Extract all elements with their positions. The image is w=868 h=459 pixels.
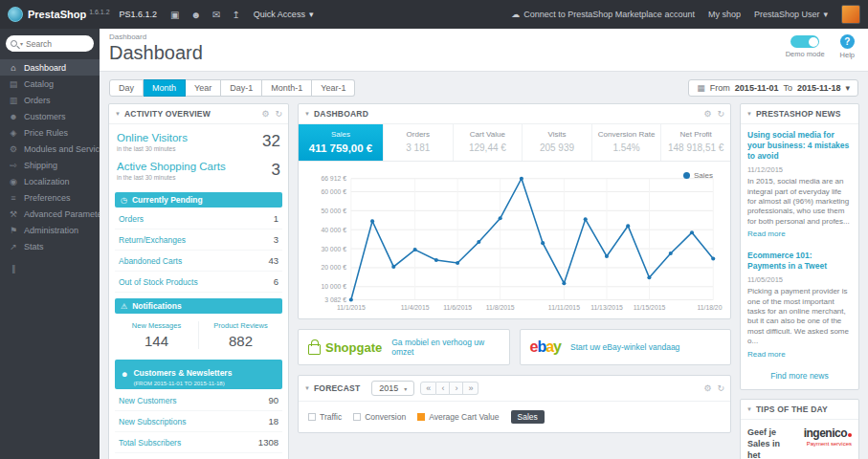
sidebar-item-catalog[interactable]: ▤ Catalog — [0, 76, 100, 92]
active-carts-label[interactable]: Active Shopping Carts — [117, 161, 226, 172]
sidebar-collapse-icon[interactable]: ∥ — [0, 254, 100, 273]
sidebar-item-price-rules[interactable]: ◈ Price Rules — [0, 124, 100, 141]
chart-legend[interactable]: Sales — [683, 171, 713, 180]
prestashop-logo-icon — [8, 7, 23, 22]
shipping-icon: ⇨ — [9, 161, 18, 170]
quick-access-dropdown[interactable]: Quick Access ▾ — [254, 10, 314, 19]
sidebar-item-stats[interactable]: ↗ Stats — [0, 238, 100, 254]
sidebar-item-shipping[interactable]: ⇨ Shipping — [0, 157, 100, 173]
pending-returns-row: Return/Exchanges 3 — [115, 230, 282, 251]
shopgate-logo: Shopgate — [308, 340, 382, 355]
filter-day-1-button[interactable]: Day-1 — [221, 79, 262, 97]
forecast-legend-avg-cart-value[interactable]: Average Cart Value — [417, 412, 499, 422]
legend-dot-icon — [683, 172, 690, 179]
refresh-icon[interactable]: ↻ — [275, 109, 282, 119]
sidebar-search[interactable]: ▾ — [6, 35, 94, 52]
read-more-link[interactable]: Read more — [747, 350, 852, 359]
filter-year-1-button[interactable]: Year-1 — [312, 79, 355, 97]
date-range-picker[interactable]: ▦ From2015-11-01 To2015-11-18 ▾ — [688, 79, 858, 97]
administration-icon: ⚑ — [9, 226, 18, 235]
gear-icon[interactable]: ⚙ — [703, 109, 711, 119]
sidebar-item-orders[interactable]: ▥ Orders — [0, 92, 100, 108]
sidebar-item-administration[interactable]: ⚑ Administration — [0, 222, 100, 238]
launch-icon[interactable]: ↥ — [232, 10, 239, 20]
kpi-conversion-rate[interactable]: Conversion Rate 1.54% — [592, 124, 662, 161]
svg-text:11/4/2015: 11/4/2015 — [401, 304, 430, 311]
refresh-icon[interactable]: ↻ — [717, 383, 724, 393]
sidebar-item-preferences[interactable]: ≡ Preferences — [0, 189, 100, 206]
ebay-promo: ebay Start uw eBay-winkel vandaag — [520, 329, 732, 365]
gear-icon[interactable]: ⚙ — [261, 109, 269, 119]
article-title-link[interactable]: Ecommerce 101: Payments in a Tweet — [747, 251, 852, 272]
forecast-legend-sales[interactable]: Sales — [511, 410, 545, 424]
forecast-legend: Traffic Conversion Average Cart Value Sa… — [299, 402, 730, 432]
prev-page-icon[interactable]: ‹ — [436, 382, 450, 395]
svg-text:50 000 €: 50 000 € — [321, 208, 346, 214]
sidebar-item-modules[interactable]: ⚙ Modules and Services — [0, 141, 100, 157]
search-scope-caret-icon[interactable]: ▾ — [20, 40, 23, 47]
currently-pending-header[interactable]: ◷ Currently Pending — [115, 192, 282, 208]
prestashop-logo[interactable]: PrestaShop 1.6.1.2 — [8, 7, 110, 22]
kpi-net-profit[interactable]: Net Profit 148 918,51 € — [661, 124, 730, 161]
marketplace-connect-link[interactable]: ☁ Connect to PrestaShop Marketplace acco… — [511, 10, 695, 19]
sidebar-item-advanced-parameters[interactable]: ⚒ Advanced Parameters — [0, 206, 100, 222]
refresh-icon[interactable]: ↻ — [717, 109, 724, 119]
chevron-down-icon[interactable]: ▼ — [746, 111, 752, 117]
chevron-down-icon[interactable]: ▼ — [746, 406, 752, 412]
help-icon[interactable]: ? — [840, 34, 855, 49]
notifications-header[interactable]: ⚠ Notifications — [115, 298, 282, 314]
new-subscriptions-row: New Subscriptions 18 — [115, 411, 282, 432]
sidebar-item-dashboard[interactable]: ⌂ Dashboard — [0, 59, 100, 76]
find-more-news-link[interactable]: Find more news — [741, 365, 858, 389]
pending-orders-row: Orders 1 — [115, 208, 282, 230]
shopgate-promo-link[interactable]: Ga mobiel en verhoog uw omzet — [391, 338, 499, 357]
gear-icon[interactable]: ⚙ — [703, 383, 711, 393]
customers-icon: ☻ — [9, 112, 18, 121]
read-more-link[interactable]: Read more — [747, 230, 852, 238]
kpi-orders[interactable]: Orders 3 181 — [384, 124, 454, 161]
user-menu[interactable]: PrestaShop User ▾ — [754, 10, 828, 19]
filter-month-button[interactable]: Month — [144, 79, 186, 97]
avg-cart-value-swatch-icon — [417, 413, 425, 421]
search-input[interactable] — [26, 39, 81, 49]
next-page-icon[interactable]: › — [450, 382, 463, 395]
chevron-down-icon[interactable]: ▼ — [304, 385, 310, 391]
chevron-down-icon[interactable]: ▼ — [115, 111, 121, 117]
shop-icon[interactable]: ▣ — [170, 10, 179, 20]
online-visitors-label[interactable]: Online Visitors — [117, 132, 188, 143]
alert-icon: ⚠ — [121, 302, 127, 311]
caret-down-icon: ▾ — [404, 385, 407, 392]
online-visitors-value: 32 — [262, 132, 280, 152]
user-avatar[interactable] — [841, 5, 860, 24]
kpi-visits[interactable]: Visits 205 939 — [523, 124, 592, 161]
product-reviews-cell[interactable]: Product Reviews 882 — [198, 321, 282, 349]
kpi-cart-value[interactable]: Cart Value 129,44 € — [454, 124, 523, 161]
filter-month-1-button[interactable]: Month-1 — [262, 79, 312, 97]
forecast-year-select[interactable]: 2015 ▾ — [371, 381, 414, 396]
kpi-sales[interactable]: Sales 411 759,00 € — [299, 124, 384, 161]
forecast-legend-conversion[interactable]: Conversion — [353, 412, 406, 422]
breadcrumb[interactable]: Dashboard — [109, 33, 858, 41]
last-page-icon[interactable]: » — [463, 382, 479, 395]
article-title-link[interactable]: Using social media for your business: 4 … — [747, 130, 852, 162]
ebay-promo-link[interactable]: Start uw eBay-winkel vandaag — [570, 342, 679, 352]
notifications-icon[interactable]: ✉ — [212, 10, 220, 20]
svg-text:10 000 €: 10 000 € — [321, 283, 346, 290]
sidebar-item-localization[interactable]: ◉ Localization — [0, 173, 100, 189]
svg-text:20 000 €: 20 000 € — [321, 264, 346, 271]
new-messages-cell[interactable]: New Messages 144 — [115, 321, 198, 349]
profile-icon[interactable]: ☻ — [191, 10, 202, 20]
shopping-bag-icon — [308, 344, 321, 355]
filter-day-button[interactable]: Day — [109, 79, 144, 97]
search-icon — [11, 40, 17, 47]
filter-year-button[interactable]: Year — [186, 79, 221, 97]
my-shop-link[interactable]: My shop — [708, 10, 741, 19]
forecast-legend-traffic[interactable]: Traffic — [308, 412, 342, 422]
first-page-icon[interactable]: « — [420, 382, 436, 395]
sidebar-item-customers[interactable]: ☻ Customers — [0, 108, 100, 124]
dashboard-panel: ▼ DASHBOARD ⚙ ↻ Sales 411 759,00 € — [298, 103, 731, 319]
abandoned-carts-row: Abandoned Carts 43 — [115, 251, 282, 272]
demo-mode-toggle[interactable] — [790, 35, 819, 48]
chevron-down-icon[interactable]: ▼ — [304, 111, 310, 117]
customers-newsletters-header[interactable]: ☻ Customers & Newsletters (FROM 2015-11-… — [115, 360, 282, 389]
